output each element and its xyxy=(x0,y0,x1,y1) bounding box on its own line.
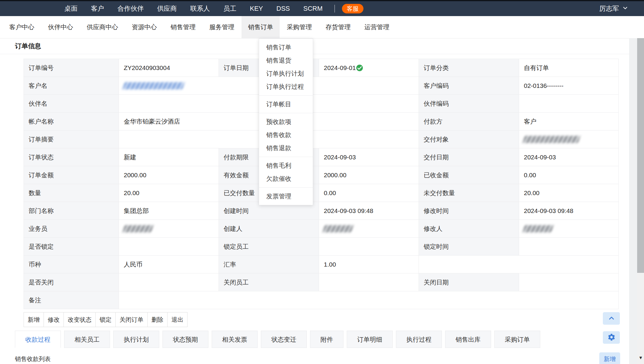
topbar-item[interactable]: KEY xyxy=(250,5,263,13)
settings-button[interactable] xyxy=(603,331,620,344)
field-value xyxy=(519,220,619,238)
navbar-item[interactable]: 销售订单 xyxy=(242,16,280,38)
menu-item[interactable]: 发票管理 xyxy=(259,190,313,203)
action-button[interactable]: 修改 xyxy=(44,312,64,327)
field-value: 0.00 xyxy=(519,166,619,184)
field-label: 关闭日期 xyxy=(419,273,519,291)
field-label: 锁定员工 xyxy=(219,238,319,256)
field-value xyxy=(519,238,619,256)
field-label: 锁定时间 xyxy=(419,238,519,256)
menu-item[interactable]: 销售收款 xyxy=(259,128,313,141)
field-value: 0.00 xyxy=(319,184,419,202)
field-label: 伙伴名 xyxy=(24,95,119,113)
field-label: 付款方 xyxy=(419,113,519,130)
menu-item[interactable]: 销售毛利 xyxy=(259,159,313,172)
detail-tab[interactable]: 相关员工 xyxy=(64,331,110,348)
table-row: 伙伴名伙伴编码 xyxy=(24,95,619,113)
field-label: 关闭员工 xyxy=(219,273,319,291)
action-button[interactable]: 改变状态 xyxy=(64,312,96,327)
menu-item[interactable]: 订单执行计划 xyxy=(259,67,313,80)
navbar-item[interactable]: 销售管理 xyxy=(164,16,202,38)
navbar-item[interactable]: 资源中心 xyxy=(125,16,163,38)
field-label: 订单编号 xyxy=(24,59,119,77)
field-label: 备注 xyxy=(24,291,119,309)
field-label: 币种 xyxy=(24,256,119,273)
field-label: 订单状态 xyxy=(24,148,119,166)
menu-item[interactable]: 订单执行过程 xyxy=(259,80,313,93)
field-value xyxy=(319,238,419,256)
field-label: 修改时间 xyxy=(419,202,519,220)
detail-tab[interactable]: 执行过程 xyxy=(396,331,442,348)
navbar-item[interactable]: 存货管理 xyxy=(319,16,357,38)
detail-tab[interactable]: 订单明细 xyxy=(347,331,393,348)
menu-item[interactable]: 销售退货 xyxy=(259,54,313,67)
field-value: 2024-09-03 09:48 xyxy=(519,202,619,220)
navbar-item[interactable]: 采购管理 xyxy=(280,16,318,38)
menu-item[interactable]: 欠款催收 xyxy=(259,172,313,185)
redacted-text xyxy=(523,225,553,232)
field-label: 是否锁定 xyxy=(24,238,119,256)
add-receipt-button[interactable]: 新增 xyxy=(599,352,620,364)
detail-tab[interactable]: 采购订单 xyxy=(494,331,540,348)
field-label: 伙伴编码 xyxy=(419,95,519,113)
action-button[interactable]: 删除 xyxy=(147,312,168,327)
navbar-item[interactable]: 服务管理 xyxy=(203,16,241,38)
action-button[interactable]: 新增 xyxy=(24,312,44,327)
menu-item[interactable]: 预收款项 xyxy=(259,115,313,128)
user-menu[interactable]: 厉志军 xyxy=(599,4,628,13)
detail-tab[interactable]: 状态预期 xyxy=(162,331,208,348)
field-label: 部门名称 xyxy=(24,202,119,220)
topbar-item[interactable]: 合作伙伴 xyxy=(117,4,144,13)
navbar-item[interactable]: 伙伴中心 xyxy=(41,16,80,38)
detail-tab[interactable]: 相关发票 xyxy=(212,331,258,348)
topbar-item[interactable]: 桌面 xyxy=(64,4,78,13)
field-value xyxy=(519,95,619,113)
table-row: 数量20.00已交付数量0.00未交付数量20.00 xyxy=(24,184,619,202)
topbar-divider xyxy=(335,5,335,13)
field-label: 交付对象 xyxy=(419,130,519,148)
field-value xyxy=(319,273,419,291)
order-form-body: 订单编号ZY20240903004订单日期2024-09-01订单分类自有订单客… xyxy=(24,59,619,309)
menu-item[interactable]: 销售订单 xyxy=(259,41,313,54)
action-button[interactable]: 关闭订单 xyxy=(115,312,148,327)
app-window: 桌面客户合作伙伴供应商联系人员工KEYDSSSCRM 客服 厉志军 客户中心伙伴… xyxy=(0,0,644,364)
field-label: 是否关闭 xyxy=(24,273,119,291)
topbar-item[interactable]: 供应商 xyxy=(157,4,177,13)
topbar-item[interactable]: 客户 xyxy=(91,4,104,13)
gear-icon xyxy=(607,333,616,342)
detail-tabs: 收款过程相关员工执行计划状态预期相关发票状态变迁附件订单明细执行过程销售出库采购… xyxy=(15,331,540,348)
service-badge[interactable]: 客服 xyxy=(342,4,363,13)
topbar-item[interactable]: DSS xyxy=(276,5,290,13)
menu-group: 销售毛利欠款催收 xyxy=(259,157,313,187)
navbar-item[interactable]: 供应商中心 xyxy=(80,16,125,38)
field-value xyxy=(119,238,219,256)
menu-item[interactable]: 销售退款 xyxy=(259,141,313,155)
detail-tab[interactable]: 状态变迁 xyxy=(261,331,307,348)
topbar-item[interactable]: 员工 xyxy=(223,4,236,13)
action-button[interactable]: 锁定 xyxy=(95,312,116,327)
order-form-table: 订单编号ZY20240903004订单日期2024-09-01订单分类自有订单客… xyxy=(24,59,619,309)
chevron-down-icon xyxy=(622,5,628,13)
scrollbar-thumb[interactable] xyxy=(637,38,644,273)
navbar-item[interactable]: 运营管理 xyxy=(358,16,396,38)
field-value: 新建 xyxy=(119,148,219,166)
detail-tab[interactable]: 执行计划 xyxy=(113,331,159,348)
detail-tab[interactable]: 销售出库 xyxy=(445,331,491,348)
detail-tab[interactable]: 附件 xyxy=(310,331,343,348)
field-value xyxy=(519,130,619,148)
field-label: 数量 xyxy=(24,184,119,202)
collapse-button[interactable] xyxy=(603,312,620,325)
field-label: 客户名 xyxy=(24,77,119,95)
field-label: 交付日期 xyxy=(419,148,519,166)
menu-group: 销售订单销售退货订单执行计划订单执行过程 xyxy=(259,39,313,95)
topbar-item[interactable]: SCRM xyxy=(303,5,323,13)
field-label: 汇率 xyxy=(219,256,319,273)
scrollbar-down-arrow[interactable]: ▼ xyxy=(638,355,644,360)
field-value: 客户 xyxy=(519,113,619,130)
topbar-item[interactable]: 联系人 xyxy=(190,4,210,13)
action-button[interactable]: 退出 xyxy=(167,312,188,327)
redacted-text xyxy=(123,225,153,232)
detail-tab[interactable]: 收款过程 xyxy=(15,331,61,348)
navbar-item[interactable]: 客户中心 xyxy=(3,16,41,38)
menu-item[interactable]: 订单帐目 xyxy=(259,98,313,111)
